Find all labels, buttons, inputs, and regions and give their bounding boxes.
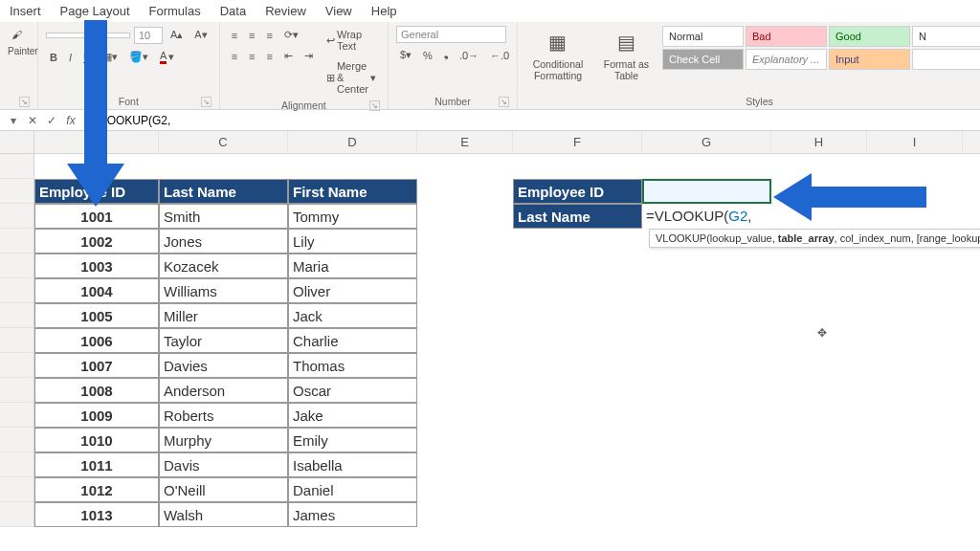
lookup-label-empid: Employee ID (513, 179, 642, 204)
col-header-E[interactable]: E (417, 131, 513, 153)
format-as-table-button[interactable]: ▤ Format as Table (596, 26, 657, 83)
table-header-first: First Name (288, 179, 417, 204)
col-header-D[interactable]: D (288, 131, 417, 153)
cancel-formula-icon[interactable]: ✕ (23, 114, 42, 127)
wrap-text-button[interactable]: ↩ Wrap Text (323, 26, 380, 55)
font-size-select[interactable]: 10 (134, 27, 163, 44)
align-middle-icon[interactable]: ≡ (245, 27, 258, 44)
tab-review[interactable]: Review (265, 4, 306, 18)
style-neutral[interactable]: N (912, 26, 980, 47)
align-top-icon[interactable]: ≡ (228, 27, 241, 44)
col-header-F[interactable]: F (513, 131, 642, 153)
table-header-id: Employee ID (34, 179, 159, 204)
table-header-last: Last Name (159, 179, 288, 204)
number-format-select[interactable]: General (396, 26, 506, 43)
merge-center-button[interactable]: ⊞ Merge & Center ▾ (323, 57, 380, 98)
font-color-icon[interactable]: A▾ (156, 47, 178, 67)
align-bottom-icon[interactable]: ≡ (263, 27, 277, 44)
increase-font-icon[interactable]: A▴ (167, 26, 187, 44)
borders-icon[interactable]: ▦▾ (99, 48, 122, 66)
percent-icon[interactable]: % (419, 47, 436, 64)
conditional-formatting-icon: ▦ (544, 28, 572, 56)
font-name-select[interactable] (46, 33, 130, 38)
decrease-font-icon[interactable]: A▾ (190, 26, 211, 44)
formula-input[interactable] (80, 114, 980, 127)
style-normal[interactable]: Normal (662, 26, 744, 47)
ribbon-tabs: Insert Page Layout Formulas Data Review … (0, 0, 980, 22)
underline-button[interactable]: U (79, 49, 95, 66)
formula-cell[interactable]: =VLOOKUP(G2, (642, 204, 771, 229)
format-painter-icon[interactable]: 🖌 (8, 26, 26, 43)
tab-formulas[interactable]: Formulas (149, 4, 201, 18)
tab-help[interactable]: Help (371, 4, 397, 18)
number-launcher-icon[interactable]: ↘ (499, 97, 509, 107)
cell-styles-gallery[interactable]: Normal Bad Good N Check Cell Explanatory… (662, 26, 980, 70)
style-more[interactable] (912, 49, 980, 70)
move-cursor-icon: ✥ (817, 326, 827, 340)
decrease-decimal-icon[interactable]: ←.0 (486, 47, 513, 64)
bold-button[interactable]: B (46, 49, 61, 66)
insert-function-icon[interactable]: fx (61, 114, 80, 127)
italic-button[interactable]: I (65, 49, 76, 66)
name-box-dropdown-icon[interactable]: ▾ (4, 114, 23, 127)
table-row[interactable]: 1001 (34, 204, 159, 229)
decrease-indent-icon[interactable]: ⇤ (280, 47, 297, 65)
conditional-formatting-button[interactable]: ▦ Conditional Formatting (525, 26, 590, 83)
col-header-I[interactable]: I (867, 131, 963, 153)
style-input[interactable]: Input (829, 49, 910, 70)
tab-data[interactable]: Data (220, 4, 246, 18)
orientation-icon[interactable]: ⟳▾ (280, 26, 302, 44)
ribbon: 🖌 Painter ↘ 10 A▴ A▾ B I U ▦▾ 🪣▾ A▾ Font… (0, 22, 980, 110)
comma-icon[interactable]: ❟ (440, 46, 452, 64)
number-group-label: Number (434, 96, 470, 107)
fill-color-icon[interactable]: 🪣▾ (125, 48, 152, 66)
styles-group-label: Styles (746, 96, 773, 107)
align-left-icon[interactable]: ≡ (228, 48, 241, 65)
formula-bar: ▾ ✕ ✓ fx (0, 110, 980, 131)
format-painter-label: Painter (8, 46, 38, 56)
tab-view[interactable]: View (325, 4, 352, 18)
tab-insert[interactable]: Insert (10, 4, 41, 18)
font-launcher-icon[interactable]: ↘ (201, 97, 212, 107)
style-bad[interactable]: Bad (746, 26, 827, 47)
increase-decimal-icon[interactable]: .0→ (456, 47, 482, 64)
function-tooltip: VLOOKUP(lookup_value, table_array, col_i… (649, 229, 980, 248)
col-header-H[interactable]: H (771, 131, 867, 153)
row-header[interactable] (0, 154, 34, 179)
increase-indent-icon[interactable]: ⇥ (301, 47, 317, 65)
col-header-C[interactable]: C (159, 131, 288, 153)
align-right-icon[interactable]: ≡ (263, 48, 277, 65)
col-header-G[interactable]: G (642, 131, 771, 153)
tab-page-layout[interactable]: Page Layout (60, 4, 130, 18)
alignment-group-label: Alignment (281, 99, 326, 111)
style-good[interactable]: Good (829, 26, 910, 47)
enter-formula-icon[interactable]: ✓ (42, 114, 61, 127)
col-header-B[interactable]: B (34, 131, 159, 153)
worksheet-grid[interactable]: B C D E F G H I Employee ID Last Name Fi… (0, 131, 980, 527)
style-explanatory[interactable]: Explanatory ... (746, 49, 827, 70)
font-group-label: Font (119, 96, 139, 107)
clipboard-launcher-icon[interactable]: ↘ (19, 97, 30, 107)
style-check-cell[interactable]: Check Cell (662, 49, 744, 70)
currency-icon[interactable]: $▾ (396, 46, 415, 64)
alignment-launcher-icon[interactable]: ↘ (369, 100, 380, 111)
format-as-table-icon: ▤ (612, 28, 640, 56)
align-center-icon[interactable]: ≡ (245, 48, 258, 65)
lookup-label-last: Last Name (513, 204, 642, 229)
